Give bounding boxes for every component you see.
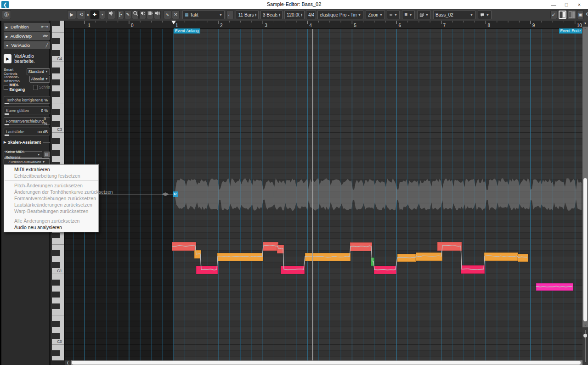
section-variaudio[interactable]: ▼ VariAudio ╱	[4, 41, 50, 49]
vertical-scrollbar[interactable]: ▼ ⌃ ⌄	[582, 21, 588, 365]
piano-key-black[interactable]	[52, 233, 60, 239]
variaudio-edit-button[interactable]: ▶	[4, 54, 11, 63]
toolbar-collapse-arrow-icon[interactable]: ◀	[86, 10, 89, 19]
piano-key-black[interactable]	[52, 303, 60, 309]
midi-reference-select[interactable]: Keine MIDI-Referenz ▼	[4, 151, 42, 158]
piano-key-black[interactable]	[52, 350, 60, 356]
piano-key-black[interactable]	[52, 91, 60, 97]
clip-select[interactable]: Bass_02 ▼	[433, 10, 475, 19]
piano-key-black[interactable]	[52, 109, 60, 115]
midi-reference-settings-button[interactable]: ▤	[44, 152, 50, 157]
volume-tool-button[interactable]	[154, 10, 161, 19]
step-checkbox[interactable]	[33, 85, 38, 90]
piano-key-black[interactable]	[52, 321, 60, 327]
layers-icon: ≣	[404, 12, 408, 17]
range-selection-tool-button[interactable]: [▪	[117, 10, 124, 19]
window-mode-select[interactable]: ▼	[417, 10, 431, 19]
zoom-preset-select[interactable]: Zoom ▼	[366, 10, 385, 19]
piano-key-black[interactable]	[52, 250, 60, 256]
length-bars-field[interactable]: 11 Bars ▴▾	[236, 10, 259, 19]
piano-key-black[interactable]	[52, 21, 60, 26]
algorithm-select[interactable]: elastique Pro - Time ▼	[317, 10, 363, 19]
piano-key-black[interactable]	[52, 333, 60, 339]
volume-slider[interactable]: Lautstärke -oo dB	[4, 128, 50, 135]
length-beats-field[interactable]: 3 Beats ▴▾	[260, 10, 283, 19]
scroll-left-icon[interactable]: ❬	[65, 360, 71, 365]
close-button[interactable]: ×	[573, 0, 585, 9]
slider-value: 0 %	[41, 108, 48, 113]
section-audiowarp[interactable]: ▶ AudioWarp ⋙	[4, 32, 50, 40]
minimize-button[interactable]: —	[548, 0, 560, 9]
piano-key-black[interactable]	[52, 292, 60, 298]
piano-key-black[interactable]	[52, 67, 60, 73]
split-icon: ✕	[174, 12, 177, 17]
tool-dropdown-button[interactable]: ▼	[100, 10, 105, 19]
piano-key-black[interactable]	[52, 150, 60, 156]
setup-window-layout-button[interactable]: ▣	[577, 10, 584, 19]
audition-loop-button[interactable]: ⟲	[77, 10, 86, 19]
corner-filler	[51, 360, 65, 365]
menu-item[interactable]: Audio neu analysieren	[4, 224, 98, 230]
zoom-slider-knob[interactable]	[583, 334, 587, 337]
draw-tool-button[interactable]: ✎	[124, 10, 131, 19]
piano-key-black[interactable]	[52, 280, 60, 286]
comment-select[interactable]: ▼	[478, 10, 492, 19]
piano-key-black[interactable]	[52, 50, 60, 56]
layer-mode-select[interactable]: ≣ ▼	[402, 10, 415, 19]
scale-assistant-label[interactable]: Skalen-Assistent	[7, 140, 41, 145]
horizontal-scrollbar[interactable]: ❬	[65, 360, 582, 365]
split-segments-button[interactable]: ✕	[172, 10, 180, 19]
open-in-lower-zone-button[interactable]: ↙	[550, 10, 557, 19]
horizontal-scroll-thumb[interactable]	[72, 361, 581, 365]
steinberg-logo-button[interactable]: Ⓢ	[2, 10, 11, 19]
time-signature-field[interactable]: 4/4	[306, 10, 316, 19]
tempo-field[interactable]: 120.00 ▴▾	[284, 10, 305, 19]
scroll-down-icon[interactable]: ⌄	[582, 322, 588, 327]
right-zone-toggle[interactable]	[568, 11, 576, 19]
object-selection-tool-button[interactable]: ✚	[90, 10, 99, 19]
free-warp-button[interactable]: ∿	[164, 10, 171, 19]
toolbar-setup-button[interactable]: ⚙	[585, 10, 588, 19]
piano-key-label: C3	[53, 127, 62, 132]
editor-canvas[interactable]	[65, 21, 582, 360]
midi-input-checkbox[interactable]	[4, 85, 8, 90]
view-options-select[interactable]: ▼	[387, 10, 400, 19]
piano-key-black[interactable]	[52, 262, 60, 268]
variaudio-segment[interactable]	[350, 242, 372, 251]
menu-item[interactable]: MIDI extrahieren	[4, 166, 98, 173]
menu-item: Formantverschiebungen zurücksetzen	[4, 195, 98, 202]
piano-key-black[interactable]	[52, 38, 60, 44]
window-layout-icon: ▣	[578, 12, 582, 17]
piano-key-black[interactable]	[52, 121, 60, 127]
piano-key-black[interactable]	[52, 138, 60, 144]
menu-separator	[5, 216, 98, 216]
scroll-up-icon[interactable]: ⌃	[582, 27, 588, 32]
section-definition[interactable]: ▶ Definition ⇤⇥	[4, 23, 50, 31]
slider-label: Tonhöhe korrigieren	[6, 98, 40, 102]
maximize-button[interactable]: □	[560, 0, 572, 9]
snap-grid-select[interactable]: ▦ Takt ▼	[182, 10, 225, 19]
vertical-scroll-thumb[interactable]	[583, 178, 587, 321]
formant-shift-slider[interactable]: Formantverschiebung 0 %	[4, 117, 50, 125]
variaudio-segment[interactable]	[518, 254, 528, 262]
smooth-curve-slider[interactable]: Kurve glätten 0 %	[4, 107, 50, 114]
pitch-correct-slider[interactable]: Tonhöhe korrigieren 0 %	[4, 96, 50, 104]
acoustic-feedback-button[interactable]	[107, 10, 115, 19]
vertical-zoom-slider[interactable]	[582, 327, 588, 365]
play-tool-button[interactable]	[139, 10, 146, 19]
snap-grid-value: Takt	[190, 12, 218, 17]
smart-controls-select[interactable]: Standard ▼	[27, 68, 50, 75]
piano-key-black[interactable]	[52, 79, 60, 85]
variaudio-segment[interactable]	[217, 253, 263, 261]
pitch-snap-select[interactable]: Absolut ▼	[29, 76, 50, 83]
quantize-note-button[interactable]: ♩	[226, 10, 234, 19]
timeline-ruler[interactable]: -1012345678910	[65, 21, 582, 29]
left-zone-toggle-active[interactable]	[559, 11, 566, 19]
svg-text:0: 0	[131, 23, 134, 28]
zoom-tool-button[interactable]	[132, 10, 139, 19]
scrub-tool-button[interactable]	[147, 10, 153, 19]
chevron-down-icon: ▼	[219, 13, 222, 17]
project-cursor[interactable]	[312, 24, 313, 360]
audition-play-button[interactable]: ▶	[67, 10, 76, 19]
ruler-options-button[interactable]: ▼	[582, 21, 588, 27]
